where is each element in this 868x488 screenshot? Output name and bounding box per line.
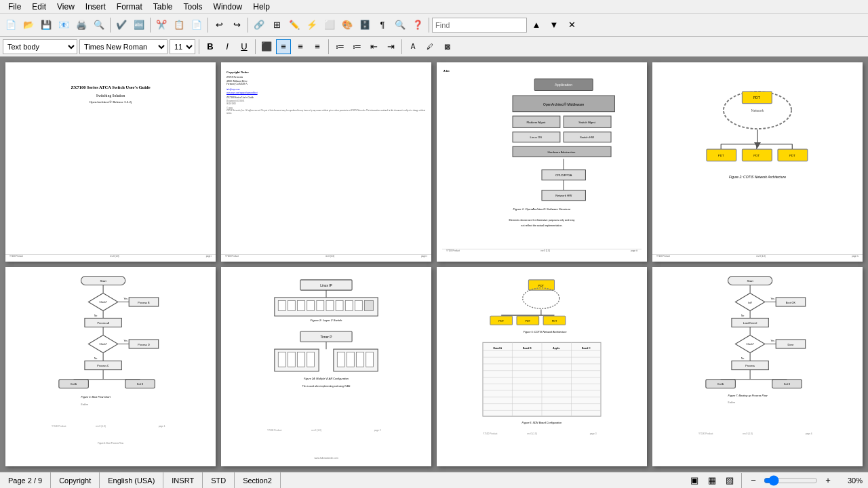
print-button[interactable]: 🖨️ <box>73 17 90 33</box>
find-button[interactable]: 🔍 <box>392 17 408 33</box>
svg-text:PDT: PDT <box>552 320 557 323</box>
spellcheck-button[interactable]: ✔️ <box>113 17 130 33</box>
page-thumb-2[interactable]: Copyright Notice ZNYX Networks 48501 Mil… <box>221 62 431 262</box>
bold-button[interactable]: B <box>203 39 218 54</box>
page-thumb-3[interactable]: A bo Application OpenArchitect® Middlewa… <box>437 62 647 262</box>
svg-text:page 4: page 4 <box>806 432 812 435</box>
svg-text:Yes: Yes <box>771 340 775 342</box>
gallery-button[interactable]: 🎨 <box>339 17 355 33</box>
page-thumb-4[interactable]: Network PDT PDT PDT PDT Figure 2: COTIS … <box>652 62 863 262</box>
svg-rect-80 <box>278 300 285 310</box>
frame-button[interactable]: ⬜ <box>321 17 338 33</box>
save-button[interactable]: 💾 <box>38 17 54 33</box>
highlight-button[interactable]: 🖊 <box>422 39 437 54</box>
copy-button[interactable]: 📋 <box>171 17 187 33</box>
page-thumb-7[interactable]: PDT PDT PDT PDT Figure 5: COTIS Network … <box>437 267 647 466</box>
table-button[interactable]: ⊞ <box>269 17 285 33</box>
sep5 <box>429 18 429 33</box>
svg-text:End B: End B <box>137 383 143 386</box>
align-center-button[interactable]: ≡ <box>276 39 291 54</box>
menu-file[interactable]: File <box>3 1 26 13</box>
page1-title: ZX7100 Series ATCA Switch User's Guide <box>11 85 210 89</box>
cut-button[interactable]: ✂️ <box>153 17 170 33</box>
open-button[interactable]: 📂 <box>20 17 37 33</box>
italic-button[interactable]: I <box>220 39 235 54</box>
svg-rect-102 <box>357 352 364 367</box>
status-view-single[interactable]: ▣ <box>687 473 702 488</box>
svg-text:Switch Mgmt: Switch Mgmt <box>578 121 595 124</box>
page4-footer: Y7100 Product rev.0 (1.0) page iv <box>652 254 863 258</box>
undo-button[interactable]: ↩ <box>211 17 227 33</box>
sep-fmt2 <box>255 39 256 54</box>
align-right-button[interactable]: ≡ <box>293 39 308 54</box>
new-button[interactable]: 📄 <box>3 17 19 33</box>
status-view-book[interactable]: ▨ <box>722 473 737 488</box>
svg-text:rev.0 (1.0): rev.0 (1.0) <box>743 432 753 435</box>
field-button[interactable]: ⚡ <box>304 17 320 33</box>
menu-format[interactable]: Format <box>111 1 148 13</box>
font-color-button[interactable]: A <box>406 39 420 54</box>
svg-text:Start: Start <box>100 279 107 283</box>
search-close-button[interactable]: ✕ <box>564 17 580 33</box>
page-thumb-8[interactable]: Start Init? No Load Kernel Yes Boot OK C… <box>652 267 863 466</box>
menu-window[interactable]: Window <box>208 1 248 13</box>
page-thumb-6[interactable]: Linux IP Figure 2: Layer 2 Switch Timer … <box>221 267 431 466</box>
sep4 <box>248 18 248 33</box>
size-select[interactable]: 11 <box>170 39 195 54</box>
align-left-button[interactable]: ⬛ <box>259 39 274 54</box>
zoom-slider[interactable] <box>764 475 818 486</box>
menu-bar: File Edit View Insert Format Table Tools… <box>0 0 868 14</box>
svg-text:Board C: Board C <box>582 347 591 350</box>
page-thumb-1[interactable]: ZX7100 Series ATCA Switch User's Guide S… <box>5 62 216 262</box>
menu-insert[interactable]: Insert <box>80 1 111 13</box>
style-select[interactable]: Text body <box>3 39 77 54</box>
page2-email: info@znyx.com <box>226 88 426 91</box>
datasource-button[interactable]: 🗄️ <box>357 17 373 33</box>
menu-edit[interactable]: Edit <box>26 1 52 13</box>
char-bg-button[interactable]: ▩ <box>439 39 454 54</box>
svg-text:Process B: Process B <box>138 302 150 304</box>
list-ordered-button[interactable]: ≔ <box>332 39 347 54</box>
sep1 <box>110 18 111 33</box>
svg-text:Board A: Board A <box>493 347 502 350</box>
spellcheck2-button[interactable]: 🔤 <box>131 17 147 33</box>
svg-text:End A: End A <box>71 383 77 386</box>
hyperlink-button[interactable]: 🔗 <box>251 17 267 33</box>
email-button[interactable]: 📧 <box>56 17 72 33</box>
paste-button[interactable]: 📄 <box>189 17 205 33</box>
menu-help[interactable]: Help <box>248 1 275 13</box>
menu-table[interactable]: Table <box>148 1 178 13</box>
svg-text:rev.0 (1.0): rev.0 (1.0) <box>96 425 106 428</box>
svg-text:Switch HW: Switch HW <box>580 136 595 139</box>
indent-increase-button[interactable]: ⇥ <box>383 39 398 54</box>
zoom-level: 30% <box>838 476 863 485</box>
svg-text:No: No <box>741 314 744 317</box>
print-preview-button[interactable]: 🔍 <box>91 17 107 33</box>
draw-button[interactable]: ✏️ <box>286 17 302 33</box>
search-input[interactable] <box>432 18 527 33</box>
zoom-out-button[interactable]: − <box>746 473 761 488</box>
status-view-double[interactable]: ▦ <box>705 473 719 488</box>
underline-button[interactable]: U <box>237 39 252 54</box>
list-unordered-button[interactable]: ≔ <box>349 39 364 54</box>
align-justify-button[interactable]: ≡ <box>310 39 325 54</box>
indent-decrease-button[interactable]: ⇤ <box>366 39 381 54</box>
page6-watermark: www.fullcrackindir.com <box>221 457 431 460</box>
svg-text:Check?: Check? <box>100 343 107 346</box>
page-thumb-5[interactable]: Start Check? No Process A Yes Process B … <box>5 267 216 466</box>
help-button[interactable]: ❓ <box>410 17 426 33</box>
svg-rect-89 <box>365 300 374 310</box>
menu-view[interactable]: View <box>52 1 80 13</box>
search-prev-button[interactable]: ▲ <box>528 17 545 33</box>
svg-text:Network HW: Network HW <box>555 194 572 197</box>
svg-text:Figure 2: Layer 2 Switch: Figure 2: Layer 2 Switch <box>311 319 342 322</box>
svg-rect-82 <box>298 300 305 310</box>
svg-text:Yes: Yes <box>124 340 128 342</box>
font-select[interactable]: Times New Roman <box>79 39 167 54</box>
zoom-in-button[interactable]: + <box>821 473 835 488</box>
nonprint-button[interactable]: ¶ <box>374 17 391 33</box>
search-next-button[interactable]: ▼ <box>546 17 562 33</box>
menu-tools[interactable]: Tools <box>178 1 208 13</box>
status-right-area: ▣ ▦ ▨ − + 30% <box>687 473 863 488</box>
redo-button[interactable]: ↪ <box>229 17 245 33</box>
